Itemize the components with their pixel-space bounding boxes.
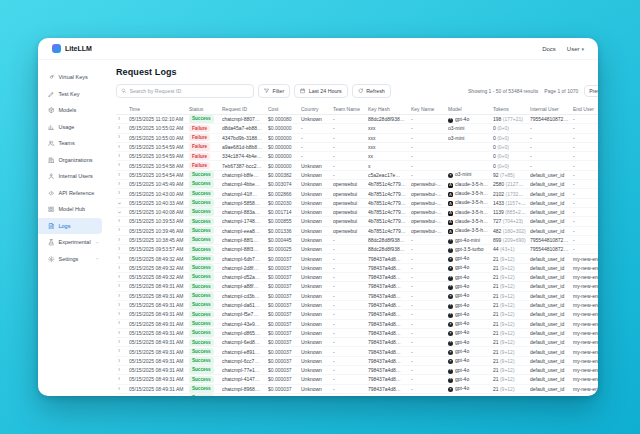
table-row[interactable]: ›05/15/2025 08:49:31 AMSuccesschatcmpl-d… xyxy=(116,329,598,338)
expand-row-icon[interactable]: › xyxy=(118,265,120,272)
sidebar-item-model-hub[interactable]: Model Hub xyxy=(38,201,102,218)
expand-row-icon[interactable]: › xyxy=(118,376,120,383)
sidebar-item-settings[interactable]: Settings› xyxy=(38,251,102,268)
sidebar-item-logs[interactable]: Logs xyxy=(38,218,102,235)
table-row[interactable]: ›05/15/2025 11:02:10 AMSuccesschatcmpl-8… xyxy=(116,115,598,124)
table-row[interactable]: ›05/15/2025 10:39:53 AMSuccesschatcmpl-1… xyxy=(116,217,598,226)
expand-row-icon[interactable]: › xyxy=(118,116,120,123)
sidebar-item-usage[interactable]: Usage xyxy=(38,119,102,136)
table-row[interactable]: ›05/15/2025 08:49:31 AMSuccesschatcmpl-8… xyxy=(116,385,598,394)
search-input[interactable] xyxy=(130,88,250,94)
expander-cell[interactable]: › xyxy=(116,190,129,197)
expand-row-icon[interactable]: › xyxy=(118,283,120,290)
expander-cell[interactable]: › xyxy=(116,348,129,355)
table-row[interactable]: ›05/15/2025 08:49:31 AMSuccesschatcmpl-c… xyxy=(116,292,598,301)
expander-cell[interactable]: › xyxy=(116,302,129,309)
table-row[interactable]: ›05/15/2025 09:53:57 AMSuccesschatcmpl-8… xyxy=(116,245,598,254)
expand-row-icon[interactable]: › xyxy=(118,367,120,374)
expander-cell[interactable]: › xyxy=(116,311,129,318)
expand-row-icon[interactable]: › xyxy=(118,320,120,327)
expand-row-icon[interactable]: › xyxy=(118,134,120,141)
expander-cell[interactable]: › xyxy=(116,330,129,337)
expand-row-icon[interactable]: › xyxy=(118,172,120,179)
expander-cell[interactable]: › xyxy=(116,255,129,262)
expand-row-icon[interactable]: › xyxy=(118,153,120,160)
table-row[interactable]: ›05/15/2025 08:49:31 AMSuccesschatcmpl-e… xyxy=(116,394,598,396)
expand-row-icon[interactable]: › xyxy=(118,255,120,262)
expand-row-icon[interactable]: › xyxy=(118,293,120,300)
expand-row-icon[interactable]: › xyxy=(118,190,120,197)
expand-row-icon[interactable]: › xyxy=(118,218,120,225)
expand-row-icon[interactable]: › xyxy=(118,144,120,151)
docs-link[interactable]: Docs xyxy=(542,46,556,52)
collapse-row-icon[interactable]: › xyxy=(116,202,122,204)
expand-row-icon[interactable]: › xyxy=(118,162,120,169)
expander-cell[interactable]: › xyxy=(116,181,129,188)
expand-row-icon[interactable]: › xyxy=(118,358,120,365)
collapse-row-icon[interactable]: › xyxy=(116,211,122,213)
expand-row-icon[interactable]: › xyxy=(118,348,120,355)
table-row[interactable]: ›05/15/2025 10:40:08 AMSuccesschatcmpl-8… xyxy=(116,208,598,217)
expander-cell[interactable]: › xyxy=(116,237,129,244)
expander-cell[interactable]: › xyxy=(116,339,129,346)
user-menu[interactable]: User ▾ xyxy=(567,46,584,52)
expander-cell[interactable]: › xyxy=(116,320,129,327)
table-row[interactable]: ›05/15/2025 08:49:32 AMSuccesschatcmpl-6… xyxy=(116,254,598,263)
expander-cell[interactable]: › xyxy=(116,367,129,374)
expander-cell[interactable]: › xyxy=(116,395,129,396)
expand-row-icon[interactable]: › xyxy=(118,227,120,234)
sidebar-item-experimental[interactable]: Experimental› xyxy=(38,234,102,251)
table-row[interactable]: ›05/15/2025 08:49:31 AMSuccesschatcmpl-4… xyxy=(116,375,598,384)
expand-row-icon[interactable]: › xyxy=(118,339,120,346)
sidebar-item-test-key[interactable]: Test Key xyxy=(38,86,102,103)
table-row[interactable]: ›05/15/2025 10:54:54 AMSuccesschatcmpl-b… xyxy=(116,171,598,180)
expander-cell[interactable]: › xyxy=(116,200,129,207)
previous-page-button[interactable]: Previous xyxy=(584,85,598,97)
table-row[interactable]: ›05/15/2025 10:55:02 AMFailured8da45a7-e… xyxy=(116,124,598,133)
table-row[interactable]: ›05/15/2025 08:49:31 AMSuccesschatcmpl-f… xyxy=(116,310,598,319)
sidebar-item-virtual-keys[interactable]: Virtual Keys xyxy=(38,69,102,86)
table-row[interactable]: ›05/15/2025 08:49:31 AMSuccesschatcmpl-d… xyxy=(116,301,598,310)
table-row[interactable]: ›05/15/2025 10:38:45 AMSuccesschatcmpl-8… xyxy=(116,236,598,245)
expand-row-icon[interactable]: › xyxy=(118,237,120,244)
expander-cell[interactable]: › xyxy=(116,125,129,132)
table-row[interactable]: ›05/15/2025 10:40:33 AMSuccesschatcmpl-5… xyxy=(116,199,598,208)
table-row[interactable]: ›05/15/2025 10:54:59 AMFailurea9ae681d-b… xyxy=(116,143,598,152)
expander-cell[interactable]: › xyxy=(116,293,129,300)
expand-row-icon[interactable]: › xyxy=(118,386,120,393)
table-row[interactable]: ›05/15/2025 10:55:00 AMFailure4347bd9b-3… xyxy=(116,134,598,143)
expand-row-icon[interactable]: › xyxy=(118,330,120,337)
sidebar-item-api-reference[interactable]: API Reference xyxy=(38,185,102,202)
table-row[interactable]: ›05/15/2025 10:39:46 AMSuccesschatcmpl-e… xyxy=(116,227,598,236)
filter-button[interactable]: Filter xyxy=(258,84,290,98)
expander-cell[interactable]: › xyxy=(116,358,129,365)
expand-row-icon[interactable]: › xyxy=(118,125,120,132)
table-row[interactable]: ›05/15/2025 08:49:32 AMSuccesschatcmpl-2… xyxy=(116,264,598,273)
expand-row-icon[interactable]: › xyxy=(118,302,120,309)
table-row[interactable]: ›05/15/2025 10:45:49 AMSuccesschatcmpl-4… xyxy=(116,180,598,189)
time-range-button[interactable]: Last 24 Hours xyxy=(294,84,347,98)
expander-cell[interactable]: › xyxy=(116,283,129,290)
expand-row-icon[interactable]: › xyxy=(118,395,120,396)
expander-cell[interactable]: › xyxy=(116,246,129,253)
expander-cell[interactable]: › xyxy=(116,265,129,272)
expander-cell[interactable]: › xyxy=(116,386,129,393)
expander-cell[interactable]: › xyxy=(116,274,129,281)
sidebar-item-teams[interactable]: Teams xyxy=(38,135,102,152)
table-row[interactable]: ›05/15/2025 10:43:00 AMSuccesschatcmpl-4… xyxy=(116,189,598,198)
expander-cell[interactable]: › xyxy=(116,218,129,225)
table-row[interactable]: ›05/15/2025 08:49:31 AMSuccesschatcmpl-6… xyxy=(116,357,598,366)
expander-cell[interactable]: › xyxy=(116,209,129,216)
expand-row-icon[interactable]: › xyxy=(118,181,120,188)
expander-cell[interactable]: › xyxy=(116,376,129,383)
sidebar-item-models[interactable]: Models xyxy=(38,102,102,119)
sidebar-item-internal-users[interactable]: Internal Users xyxy=(38,168,102,185)
table-row[interactable]: ›05/15/2025 10:54:58 AMFailure7eb67387-b… xyxy=(116,161,598,170)
expand-row-icon[interactable]: › xyxy=(118,246,120,253)
expander-cell[interactable]: › xyxy=(116,134,129,141)
table-row[interactable]: ›05/15/2025 08:49:31 AMSuccesschatcmpl-4… xyxy=(116,320,598,329)
table-row[interactable]: ›05/15/2025 08:49:31 AMSuccesschatcmpl-e… xyxy=(116,347,598,356)
expander-cell[interactable]: › xyxy=(116,227,129,234)
table-row[interactable]: ›05/15/2025 08:49:32 AMSuccesschatcmpl-d… xyxy=(116,273,598,282)
sidebar-item-organizations[interactable]: Organizations xyxy=(38,152,102,169)
